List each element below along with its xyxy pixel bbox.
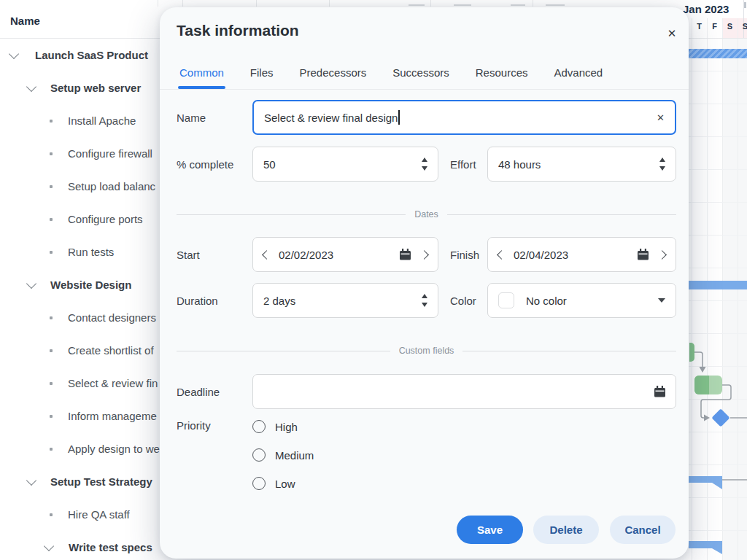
spin-up-icon[interactable] bbox=[659, 158, 665, 162]
leaf-bullet-icon bbox=[50, 152, 53, 155]
leaf-bullet-icon bbox=[50, 349, 53, 352]
spin-down-icon[interactable] bbox=[659, 166, 665, 171]
priority-options: HighMediumLow bbox=[252, 420, 314, 505]
expand-chevron-icon[interactable] bbox=[26, 279, 36, 289]
app-window: Name Launch SaaS ProductSetup web server… bbox=[0, 0, 747, 560]
radio-label: High bbox=[275, 421, 298, 433]
grid-column-line bbox=[158, 0, 158, 7]
leaf-bullet-icon bbox=[50, 513, 53, 516]
save-button[interactable]: Save bbox=[457, 516, 523, 544]
calendar-icon[interactable] bbox=[654, 386, 665, 397]
grid-column-line bbox=[430, 0, 431, 7]
leaf-bullet-icon bbox=[50, 415, 53, 418]
task-name: Website Design bbox=[50, 268, 131, 301]
effort-input[interactable]: 48 hours bbox=[487, 147, 676, 182]
tabbar-divider bbox=[160, 89, 689, 90]
clipped-header-text bbox=[546, 4, 565, 6]
gantt-parent-bar-write-specs[interactable] bbox=[689, 541, 722, 554]
clear-icon[interactable]: ✕ bbox=[657, 112, 665, 123]
priority-option-medium[interactable]: Medium bbox=[252, 448, 314, 462]
effort-input-value: 48 hours bbox=[498, 158, 541, 171]
dates-section-divider: Dates bbox=[177, 209, 676, 219]
calendar-icon[interactable] bbox=[400, 249, 411, 260]
duration-input-value: 2 days bbox=[263, 295, 295, 307]
spin-down-icon[interactable] bbox=[422, 303, 427, 307]
prev-date-icon[interactable] bbox=[262, 250, 271, 260]
dialog-title: Task information bbox=[177, 22, 299, 39]
leaf-bullet-icon bbox=[50, 218, 53, 221]
task-name: Configure firewall bbox=[68, 137, 152, 170]
dialog-tabs: CommonFilesPredecessorsSuccessorsResourc… bbox=[179, 66, 603, 80]
radio-icon[interactable] bbox=[252, 420, 266, 433]
leaf-bullet-icon bbox=[50, 316, 53, 319]
dependency-lines bbox=[678, 0, 747, 560]
leaf-bullet-icon bbox=[50, 448, 53, 451]
leaf-bullet-icon bbox=[50, 185, 53, 188]
start-date-value: 02/02/2023 bbox=[279, 249, 333, 261]
expand-chevron-icon[interactable] bbox=[44, 541, 54, 551]
radio-icon[interactable] bbox=[252, 448, 266, 462]
next-date-icon[interactable] bbox=[419, 250, 429, 260]
radio-label: Low bbox=[275, 478, 295, 490]
task-name: Setup web server bbox=[50, 71, 141, 104]
clipped-header-text bbox=[511, 4, 525, 6]
effort-field-label: Effort bbox=[450, 147, 476, 182]
delete-button[interactable]: Delete bbox=[533, 516, 599, 544]
leaf-bullet-icon bbox=[50, 120, 53, 122]
priority-option-high[interactable]: High bbox=[252, 420, 314, 433]
task-name: Setup Test Strategy bbox=[50, 465, 152, 498]
start-field-label: Start bbox=[177, 237, 200, 272]
finish-date-input[interactable]: 02/04/2023 bbox=[487, 237, 676, 272]
custom-section-divider: Custom fields bbox=[177, 346, 676, 356]
expand-chevron-icon[interactable] bbox=[9, 49, 19, 59]
color-field-label: Color bbox=[450, 283, 476, 318]
text-cursor bbox=[398, 110, 400, 125]
cancel-button[interactable]: Cancel bbox=[610, 516, 676, 544]
task-name: Setup load balanc bbox=[68, 170, 155, 203]
spin-down-icon[interactable] bbox=[422, 166, 427, 171]
prev-date-icon[interactable] bbox=[497, 250, 506, 260]
task-name: Apply design to we bbox=[68, 432, 160, 465]
leaf-bullet-icon bbox=[50, 251, 53, 254]
tab-predecessors[interactable]: Predecessors bbox=[300, 66, 367, 80]
dependency-arrowhead bbox=[700, 367, 706, 373]
deadline-field-label: Deadline bbox=[177, 374, 220, 409]
deadline-date-input[interactable] bbox=[252, 374, 676, 409]
task-name: Configure ports bbox=[68, 203, 143, 236]
radio-icon[interactable] bbox=[252, 477, 266, 490]
expand-chevron-icon[interactable] bbox=[26, 475, 36, 486]
spinner-arrows[interactable] bbox=[659, 158, 665, 171]
tab-successors[interactable]: Successors bbox=[392, 66, 449, 80]
task-name: Write test specs bbox=[69, 531, 152, 560]
expand-chevron-icon[interactable] bbox=[26, 82, 36, 92]
percent-field-label: % complete bbox=[177, 147, 233, 182]
spinner-arrows[interactable] bbox=[422, 294, 427, 307]
dependency-arrowhead bbox=[704, 415, 710, 421]
name-input-value: Select & review final design bbox=[264, 112, 398, 124]
tab-resources[interactable]: Resources bbox=[476, 66, 528, 80]
grid-column-line bbox=[256, 0, 257, 7]
spinner-arrows[interactable] bbox=[422, 158, 427, 171]
grid-column-line bbox=[533, 0, 533, 7]
start-date-input[interactable]: 02/02/2023 bbox=[252, 237, 438, 272]
spin-up-icon[interactable] bbox=[422, 158, 427, 162]
name-field-label: Name bbox=[177, 100, 206, 135]
gantt-parent-bar-test-strategy[interactable] bbox=[689, 476, 722, 489]
tab-common[interactable]: Common bbox=[179, 66, 224, 80]
duration-input[interactable]: 2 days bbox=[252, 283, 438, 318]
task-name: Hire QA staff bbox=[68, 498, 130, 531]
tab-advanced[interactable]: Advanced bbox=[554, 66, 603, 80]
color-select[interactable]: No color bbox=[487, 283, 676, 318]
calendar-icon[interactable] bbox=[638, 249, 649, 260]
next-date-icon[interactable] bbox=[657, 250, 667, 260]
tab-files[interactable]: Files bbox=[250, 66, 274, 80]
task-name: Launch SaaS Product bbox=[35, 39, 148, 71]
spin-up-icon[interactable] bbox=[422, 294, 427, 298]
close-icon[interactable]: ✕ bbox=[663, 25, 681, 42]
finish-field-label: Finish bbox=[450, 237, 479, 272]
name-input[interactable]: Select & review final design ✕ bbox=[252, 100, 676, 135]
priority-option-low[interactable]: Low bbox=[252, 477, 314, 490]
percent-input[interactable]: 50 bbox=[252, 147, 438, 182]
dropdown-caret-icon[interactable] bbox=[658, 298, 665, 303]
percent-input-value: 50 bbox=[263, 158, 276, 171]
